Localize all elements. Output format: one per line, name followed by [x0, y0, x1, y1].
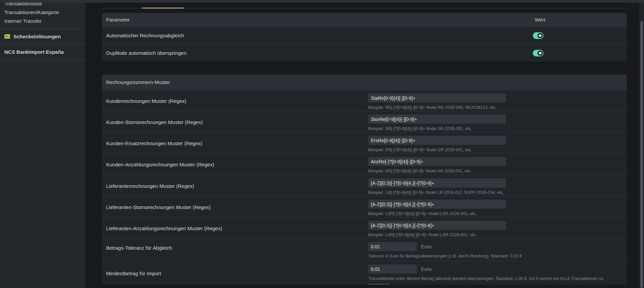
field-hint: Transaktionen unter diesem Betrag (absol…	[368, 276, 607, 285]
sidebar-item-transaktionen-kategorie[interactable]: Transaktionen/Kategorie	[0, 8, 86, 16]
toggle-knob	[538, 50, 543, 56]
field-hint: Beispiel: AR[-]?[0-9]{4}[-][0-9]+ findet…	[368, 168, 607, 174]
toggle-auto-abgleich[interactable]	[533, 32, 544, 39]
field-label: Kundenrechnungen Muster (Regex)	[102, 90, 368, 111]
sidebar-item-interner-transfer[interactable]: Interner Transfer	[0, 16, 86, 25]
toggle-knob	[538, 33, 543, 38]
table-row: Automatischer Rechnungsabgleich	[102, 27, 627, 44]
field-hint: Toleranz in Euro für Betragsabweichungen…	[368, 253, 607, 259]
field-hint: Beispiel: RE[-]?[0-9]{4}[-][0-9]+ findet…	[368, 105, 607, 111]
kunden-ersatz-regex-input[interactable]	[368, 136, 506, 145]
lieferanten-anzahlung-regex-input[interactable]	[368, 221, 506, 230]
field-label: Mindestbetrag für Import	[102, 261, 368, 285]
field-label: Kunden-Anzahlungsrechnungen Muster (Rege…	[102, 154, 368, 175]
field-hint: Beispiel: ER[-]?[0-9]{4}[-][0-9]+ findet…	[368, 147, 607, 153]
lieferanten-storno-regex-input[interactable]	[368, 200, 506, 209]
table-row: Duplikate automatisch überspringen	[102, 44, 627, 61]
sidebar-item-label: NCS Bankimport España	[4, 49, 64, 55]
field-label: Lieferanten-Anzahlungsrechnungen Muster …	[102, 217, 368, 238]
section-title: Rechnungsnummern-Muster	[102, 79, 535, 85]
sidebar-item-scheckeinloesungen[interactable]: Scheckeinlösungen	[0, 29, 86, 44]
field-label: Lieferanten-Stornorechnungen Muster (Reg…	[102, 196, 368, 217]
table-row: Kunden-Stornorechnungen Muster (Regex) B…	[102, 111, 627, 132]
patterns-section-header: Rechnungsnummern-Muster	[102, 75, 627, 90]
param-label-auto-abgleich: Automatischer Rechnungsabgleich	[102, 33, 533, 38]
top-window-strip	[0, 0, 644, 3]
cheque-icon	[4, 34, 10, 39]
currency-suffix: Euro	[421, 266, 432, 272]
sidebar: Transaktionsliste Transaktionen/Kategori…	[0, 0, 86, 288]
field-hint: Beispiel: LSR[-]?[0-9]{4}[-][0-9]+ finde…	[368, 211, 607, 217]
sidebar-divider	[0, 59, 86, 60]
toggle-duplikate[interactable]	[533, 50, 544, 56]
scrollbar-track[interactable]	[639, 3, 644, 288]
table-row: Kunden-Anzahlungsrechnungen Muster (Rege…	[102, 153, 627, 175]
column-header-wert: Wert	[535, 17, 545, 23]
kunden-storno-regex-input[interactable]	[368, 115, 506, 124]
field-label: Kunden-Stornorechnungen Muster (Regex)	[102, 111, 368, 132]
scrollbar-thumb[interactable]	[640, 21, 643, 288]
sidebar-item-ncs-bankimport[interactable]: NCS Bankimport España	[0, 44, 86, 59]
mindestbetrag-input[interactable]	[368, 264, 417, 274]
param-label-duplikate: Duplikate automatisch überspringen	[102, 50, 533, 56]
lieferanten-regex-input[interactable]	[368, 178, 506, 188]
column-header-parameter: Parameter	[102, 17, 535, 23]
currency-suffix: Euro	[421, 244, 432, 249]
field-hint: Beispiel: LAR[-]?[0-9]{4}[-][0-9]+ finde…	[368, 232, 607, 238]
tab-bar	[102, 3, 627, 8]
field-label: Lieferantenrechnungen Muster (Regex)	[102, 175, 368, 196]
table-row: Lieferanten-Anzahlungsrechnungen Muster …	[102, 217, 627, 238]
betrags-toleranz-input[interactable]	[368, 242, 417, 251]
table-row: Kundenrechnungen Muster (Regex) Beispiel…	[102, 90, 627, 111]
parameters-table-header: Parameter Wert	[102, 13, 627, 27]
main-content: Parameter Wert Automatischer Rechnungsab…	[87, 3, 644, 288]
field-hint: Beispiel: LR[-]?[0-9]{4}[-][0-9]+ findet…	[368, 190, 607, 196]
table-row: Mindestbetrag für Import Euro Transaktio…	[102, 261, 627, 285]
field-label: Betrags-Toleranz für Abgleich	[102, 239, 368, 261]
sidebar-item-label: Scheckeinlösungen	[13, 34, 61, 39]
field-label: Kunden-Ersatzrechnungen Muster (Regex)	[102, 132, 368, 153]
field-hint: Beispiel: SR[-]?[0-9]{4}[-][0-9]+ findet…	[368, 126, 607, 132]
kundenrechnungen-regex-input[interactable]	[368, 93, 506, 102]
invoice-patterns-card: Rechnungsnummern-Muster Kundenrechnungen…	[102, 75, 627, 285]
table-row: Kunden-Ersatzrechnungen Muster (Regex) B…	[102, 132, 627, 153]
table-row: Betrags-Toleranz für Abgleich Euro Toler…	[102, 238, 627, 261]
sidebar-nav-list: Transaktionsliste Transaktionen/Kategori…	[0, 0, 86, 25]
table-row: Lieferanten-Stornorechnungen Muster (Reg…	[102, 196, 627, 217]
table-row: Lieferantenrechnungen Muster (Regex) Bei…	[102, 175, 627, 196]
kunden-anzahlung-regex-input[interactable]	[368, 157, 506, 166]
parameters-card: Parameter Wert Automatischer Rechnungsab…	[102, 13, 627, 61]
active-tab-indicator[interactable]	[142, 7, 184, 9]
